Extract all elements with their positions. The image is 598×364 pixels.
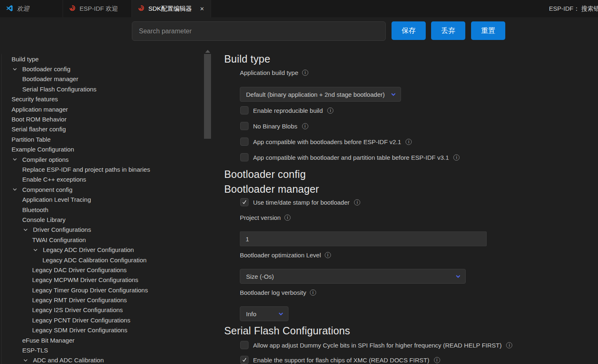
sidebar-item-legacy-adc-driver[interactable]: Legacy ADC Driver Configuration [0, 245, 203, 254]
sidebar-item-security-features[interactable]: Security features [0, 94, 203, 104]
sidebar-item-compiler-options[interactable]: Compiler options [0, 154, 203, 164]
scrollbar-up-arrow[interactable] [205, 50, 210, 53]
field-label-optimization-level: Bootloader optimization Level [240, 252, 331, 259]
save-button[interactable]: 保存 [392, 21, 426, 40]
sidebar-item-serial-flasher-config[interactable]: Serial flasher config [0, 124, 203, 134]
section-heading-bootloader-manager: Bootloader manager [224, 183, 319, 195]
sidebar-item-legacy-pcnt-driver[interactable]: Legacy PCNT Driver Configurations [0, 315, 203, 325]
scrollbar-thumb[interactable] [204, 54, 211, 139]
info-icon[interactable] [302, 123, 308, 129]
info-icon[interactable] [310, 289, 316, 296]
window-title-command: ESP-IDF： 搜索错误 [549, 0, 598, 17]
sidebar-item-example-configuration[interactable]: Example Configuration [0, 145, 203, 154]
sidebar-item-legacy-mcpwm-driver[interactable]: Legacy MCPWM Driver Configurations [0, 275, 203, 285]
chevron-down-icon [12, 156, 19, 163]
checkbox-checked[interactable] [240, 198, 249, 206]
sidebar-item-boot-rom-behavior[interactable]: Boot ROM Behavior [0, 114, 203, 124]
espressif-logo-icon [69, 5, 76, 13]
field-label-application-build-type: Application build type [240, 69, 308, 76]
config-menu-tree: Build type Bootloader config Bootloader … [0, 54, 203, 364]
tab-label: 欢迎 [17, 5, 29, 13]
sidebar-item-component-config[interactable]: Component config [0, 184, 203, 194]
tab-sdk-config-editor[interactable]: SDK配置编辑器 [132, 0, 211, 17]
tab-welcome[interactable]: 欢迎 [0, 0, 63, 17]
info-icon[interactable] [434, 357, 440, 363]
sidebar-item-replace-paths[interactable]: Replace ESP-IDF and project paths in bin… [0, 164, 203, 174]
field-label-project-version: Project version [240, 214, 291, 221]
reset-button[interactable]: 重置 [471, 21, 505, 40]
chevron-down-icon [32, 247, 40, 253]
checkbox-row-compat-v31: App compatible with bootloader and parti… [240, 153, 460, 161]
info-icon[interactable] [506, 342, 512, 348]
sidebar-item-serial-flash-configurations[interactable]: Serial Flash Configurations [0, 84, 203, 94]
checkbox-row-use-timestamp: Use time/date stamp for bootloader [240, 198, 360, 206]
search-input[interactable] [132, 21, 386, 41]
section-heading-build-type: Build type [224, 53, 270, 65]
application-build-type-select[interactable]: Default (binary application + 2nd stage … [240, 87, 401, 102]
tab-espidf-welcome[interactable]: ESP-IDF 欢迎 [63, 0, 132, 17]
discard-button[interactable]: 丢弃 [431, 21, 465, 40]
sidebar-item-bootloader-config[interactable]: Bootloader config [0, 64, 203, 74]
optimization-level-select[interactable]: Size (-Os) [240, 269, 466, 284]
vscode-logo-icon [6, 5, 13, 13]
info-icon[interactable] [453, 154, 460, 161]
sidebar-item-app-level-tracing[interactable]: Application Level Tracing [0, 194, 203, 204]
chevron-down-icon [12, 186, 19, 193]
section-heading-bootloader-config: Bootloader config [224, 168, 306, 180]
checkbox-row-dummy-cycle: Allow app adjust Dummy Cycle bits in SPI… [240, 341, 512, 349]
chevron-down-icon [455, 273, 461, 281]
sidebar-item-efuse-bit-manager[interactable]: eFuse Bit Manager [0, 335, 203, 345]
sidebar-item-partition-table[interactable]: Partition Table [0, 134, 203, 144]
info-icon[interactable] [302, 70, 308, 76]
info-icon[interactable] [327, 107, 333, 114]
sidebar-item-legacy-sdm-driver[interactable]: Legacy SDM Driver Configurations [0, 325, 203, 335]
chevron-down-icon [278, 311, 284, 318]
sidebar-item-console-library[interactable]: Console Library [0, 215, 203, 224]
sidebar-item-build-type[interactable]: Build type [0, 54, 203, 64]
info-icon[interactable] [284, 215, 291, 221]
checkbox-row-compat-v21: App compatible with bootloaders before E… [240, 138, 412, 146]
sidebar-item-bluetooth[interactable]: Bluetooth [0, 205, 203, 215]
info-icon[interactable] [325, 252, 331, 258]
sidebar-item-legacy-i2s-driver[interactable]: Legacy I2S Driver Configurations [0, 305, 203, 315]
sidebar-item-application-manager[interactable]: Application manager [0, 104, 203, 114]
chevron-down-icon [12, 66, 19, 72]
sidebar-item-legacy-timer-group-driver[interactable]: Legacy Timer Group Driver Configurations [0, 285, 203, 295]
close-icon[interactable] [200, 6, 204, 12]
vscode-window: 欢迎 ESP-IDF 欢迎 SDK配置编辑器 ESP-IDF： 搜索错误 保存 … [0, 0, 598, 364]
sidebar-item-legacy-dac-driver[interactable]: Legacy DAC Driver Configurations [0, 265, 203, 275]
checkbox-row-no-binary-blobs: No Binary Blobs [240, 122, 308, 130]
info-icon[interactable] [406, 139, 412, 145]
checkbox-unchecked[interactable] [240, 153, 249, 161]
tab-label: ESP-IDF 欢迎 [80, 5, 118, 13]
info-icon[interactable] [354, 199, 360, 205]
section-heading-serial-flash: Serial Flash Configurations [224, 325, 350, 337]
sidebar-item-legacy-adc-calibration[interactable]: Legacy ADC Calibration Configuration [0, 255, 203, 265]
espressif-logo-icon [138, 5, 145, 13]
sidebar-item-bootloader-manager[interactable]: Bootloader manager [0, 74, 203, 84]
sidebar-item-twai-configuration[interactable]: TWAI Configuration [0, 235, 203, 245]
checkbox-row-xmc-support: Enable the support for flash chips of XM… [240, 356, 440, 364]
sidebar-item-cpp-exceptions[interactable]: Enable C++ exceptions [0, 175, 203, 184]
tab-label: SDK配置编辑器 [148, 5, 192, 13]
sidebar-item-esp-tls[interactable]: ESP-TLS [0, 345, 203, 355]
checkbox-unchecked[interactable] [240, 341, 249, 349]
sidebar-item-adc-and-adc-calibration[interactable]: ADC and ADC Calibration [0, 355, 203, 364]
chevron-down-icon [390, 91, 396, 99]
checkbox-row-reproducible-build: Enable reproducible build [240, 106, 333, 114]
checkbox-unchecked[interactable] [240, 122, 249, 130]
log-verbosity-select[interactable]: Info [240, 306, 288, 321]
checkbox-checked[interactable] [240, 356, 249, 364]
chevron-down-icon [22, 226, 30, 233]
checkbox-unchecked[interactable] [240, 106, 249, 114]
project-version-input[interactable] [240, 231, 487, 246]
sidebar-item-legacy-rmt-driver[interactable]: Legacy RMT Driver Configurations [0, 295, 203, 305]
checkbox-unchecked[interactable] [240, 138, 249, 146]
chevron-down-icon [22, 357, 30, 364]
editor-tab-bar: 欢迎 ESP-IDF 欢迎 SDK配置编辑器 ESP-IDF： 搜索错误 [0, 0, 598, 17]
field-label-log-verbosity: Bootloader log verbosity [240, 289, 316, 296]
sidebar-item-driver-configurations[interactable]: Driver Configurations [0, 225, 203, 235]
